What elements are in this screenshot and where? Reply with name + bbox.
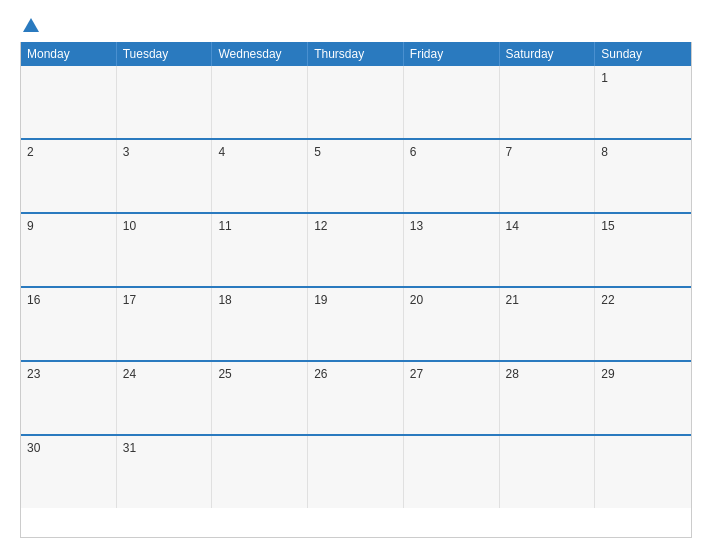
calendar-day-16: 16 xyxy=(21,288,117,360)
calendar-day-10: 10 xyxy=(117,214,213,286)
calendar-day-30: 30 xyxy=(21,436,117,508)
day-number: 30 xyxy=(27,441,40,455)
calendar-day-31: 31 xyxy=(117,436,213,508)
weekday-header-friday: Friday xyxy=(404,42,500,66)
calendar-day-empty xyxy=(212,436,308,508)
calendar-body: 1234567891011121314151617181920212223242… xyxy=(21,66,691,508)
calendar-page: MondayTuesdayWednesdayThursdayFridaySatu… xyxy=(0,0,712,550)
day-number: 15 xyxy=(601,219,614,233)
calendar-day-21: 21 xyxy=(500,288,596,360)
day-number: 11 xyxy=(218,219,231,233)
calendar-day-empty xyxy=(404,436,500,508)
day-number: 8 xyxy=(601,145,608,159)
calendar-day-20: 20 xyxy=(404,288,500,360)
day-number: 5 xyxy=(314,145,321,159)
calendar-day-1: 1 xyxy=(595,66,691,138)
calendar-day-27: 27 xyxy=(404,362,500,434)
weekday-header-saturday: Saturday xyxy=(500,42,596,66)
weekday-header-thursday: Thursday xyxy=(308,42,404,66)
calendar-week-6: 3031 xyxy=(21,434,691,508)
day-number: 23 xyxy=(27,367,40,381)
weekday-header-tuesday: Tuesday xyxy=(117,42,213,66)
day-number: 26 xyxy=(314,367,327,381)
day-number: 28 xyxy=(506,367,519,381)
calendar-day-empty xyxy=(212,66,308,138)
calendar-day-5: 5 xyxy=(308,140,404,212)
calendar-week-2: 2345678 xyxy=(21,138,691,212)
calendar-day-24: 24 xyxy=(117,362,213,434)
calendar-day-15: 15 xyxy=(595,214,691,286)
calendar-day-18: 18 xyxy=(212,288,308,360)
calendar-day-empty xyxy=(117,66,213,138)
calendar-day-13: 13 xyxy=(404,214,500,286)
day-number: 3 xyxy=(123,145,130,159)
day-number: 13 xyxy=(410,219,423,233)
calendar-day-4: 4 xyxy=(212,140,308,212)
calendar-week-4: 16171819202122 xyxy=(21,286,691,360)
calendar-grid: MondayTuesdayWednesdayThursdayFridaySatu… xyxy=(20,42,692,538)
calendar-week-1: 1 xyxy=(21,66,691,138)
day-number: 16 xyxy=(27,293,40,307)
weekday-header-sunday: Sunday xyxy=(595,42,691,66)
day-number: 20 xyxy=(410,293,423,307)
calendar-day-empty xyxy=(21,66,117,138)
calendar-day-29: 29 xyxy=(595,362,691,434)
calendar-day-6: 6 xyxy=(404,140,500,212)
day-number: 19 xyxy=(314,293,327,307)
calendar-day-empty xyxy=(404,66,500,138)
day-number: 31 xyxy=(123,441,136,455)
calendar-day-3: 3 xyxy=(117,140,213,212)
day-number: 14 xyxy=(506,219,519,233)
day-number: 6 xyxy=(410,145,417,159)
calendar-day-23: 23 xyxy=(21,362,117,434)
day-number: 29 xyxy=(601,367,614,381)
calendar-day-empty xyxy=(595,436,691,508)
calendar-day-25: 25 xyxy=(212,362,308,434)
weekday-header-monday: Monday xyxy=(21,42,117,66)
day-number: 1 xyxy=(601,71,608,85)
calendar-day-22: 22 xyxy=(595,288,691,360)
calendar-day-11: 11 xyxy=(212,214,308,286)
calendar-day-empty xyxy=(500,436,596,508)
logo-triangle-icon xyxy=(23,18,39,32)
calendar-day-7: 7 xyxy=(500,140,596,212)
day-number: 22 xyxy=(601,293,614,307)
calendar-week-3: 9101112131415 xyxy=(21,212,691,286)
calendar-day-14: 14 xyxy=(500,214,596,286)
calendar-day-2: 2 xyxy=(21,140,117,212)
day-number: 12 xyxy=(314,219,327,233)
calendar-day-9: 9 xyxy=(21,214,117,286)
day-number: 21 xyxy=(506,293,519,307)
calendar-day-26: 26 xyxy=(308,362,404,434)
calendar-day-empty xyxy=(308,436,404,508)
calendar-day-empty xyxy=(308,66,404,138)
calendar-day-12: 12 xyxy=(308,214,404,286)
day-number: 27 xyxy=(410,367,423,381)
day-number: 18 xyxy=(218,293,231,307)
calendar-day-17: 17 xyxy=(117,288,213,360)
day-number: 7 xyxy=(506,145,513,159)
calendar-day-empty xyxy=(500,66,596,138)
day-number: 25 xyxy=(218,367,231,381)
day-number: 17 xyxy=(123,293,136,307)
calendar-day-28: 28 xyxy=(500,362,596,434)
day-number: 9 xyxy=(27,219,34,233)
calendar-header xyxy=(20,18,692,34)
calendar-day-19: 19 xyxy=(308,288,404,360)
weekday-header-wednesday: Wednesday xyxy=(212,42,308,66)
day-number: 2 xyxy=(27,145,34,159)
day-number: 4 xyxy=(218,145,225,159)
calendar-day-8: 8 xyxy=(595,140,691,212)
weekday-header-row: MondayTuesdayWednesdayThursdayFridaySatu… xyxy=(21,42,691,66)
logo xyxy=(20,18,39,34)
day-number: 10 xyxy=(123,219,136,233)
calendar-week-5: 23242526272829 xyxy=(21,360,691,434)
day-number: 24 xyxy=(123,367,136,381)
